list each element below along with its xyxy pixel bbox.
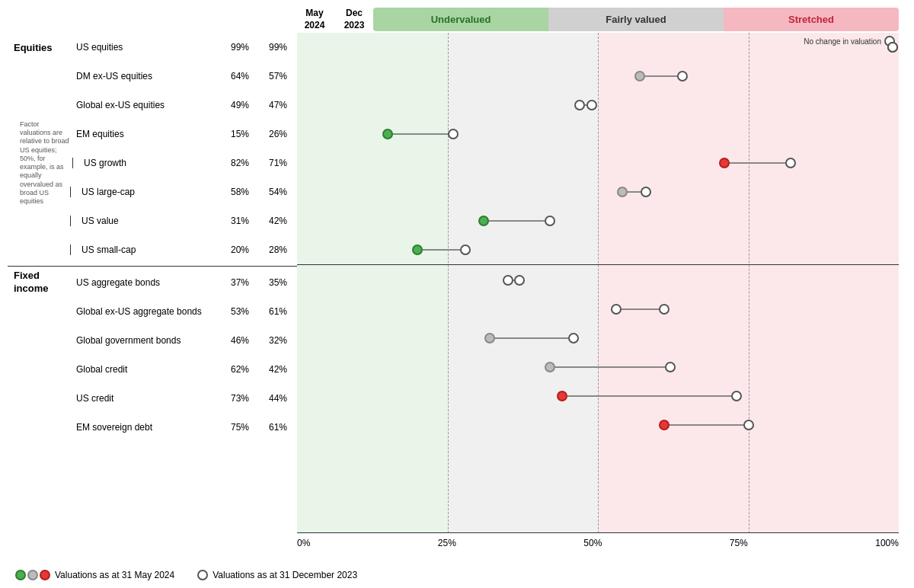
may-dot [514,275,525,286]
dec-dot [545,362,555,372]
legend-gray-dot [27,570,38,580]
dec-value: 71% [259,158,297,168]
dec-dot [617,187,628,197]
legend-dec: Valuations as at 31 December 2023 [197,570,357,580]
asset-name: US aggregate bonds [69,277,221,288]
may-dot [785,158,796,168]
dec-value: 61% [259,422,297,433]
labels-column: EquitiesUS equities99%99%DM ex-US equiti… [8,33,297,564]
may-dot [665,362,676,372]
dec-dot [460,244,471,255]
may-value: 73% [221,393,259,404]
label-row: US credit73%44% [8,384,297,413]
asset-name: US value [74,216,221,226]
col-may-header: May2024 [297,8,335,31]
may-dot [568,333,579,344]
asset-name: DM ex-US equities [69,71,221,81]
dec-dot [545,216,555,226]
may-dot [586,100,597,110]
may-value: 37% [221,277,259,288]
may-dot [611,304,622,315]
dumbbell-line [484,220,550,222]
dumbbell-line [664,424,749,426]
plot-row [297,266,899,295]
may-dot [412,244,423,255]
label-row: Global ex-US equities49%47% [8,91,297,120]
may-value: 46% [221,335,259,346]
may-dot [382,129,393,139]
dec-dot [574,100,585,110]
may-value: 20% [221,244,259,255]
asset-name: EM sovereign debt [69,422,221,433]
plot-area: No change in valuation 0% 25% 50% 75% 10… [297,33,899,564]
label-row: Factor valuations are relative to broad … [8,149,297,177]
dec-dot [659,304,670,315]
asset-name: US equities [69,42,221,53]
label-row: EM sovereign debt75%61% [8,413,297,442]
dec-value: 61% [259,306,297,317]
label-row: DM ex-US equities64%57% [8,62,297,91]
legend-white-dot [197,570,208,580]
section-label: Equities [8,42,69,53]
may-value: 15% [221,129,259,139]
dec-value: 26% [259,129,297,139]
zone-fairly-label: Fairly valued [548,8,724,31]
dec-dot [484,333,495,344]
factor-note: Factor valuations are relative to broad … [14,120,71,206]
zone-undervalued-label: Undervalued [373,8,548,31]
label-row: US small-cap20%28% [8,235,297,264]
asset-name: Global government bonds [69,335,221,346]
dec-value: 44% [259,393,297,404]
plot-row [297,295,899,324]
legend-green-dot [15,570,26,580]
dec-value: 35% [259,277,297,288]
may-dot [887,42,898,53]
label-row: FixedincomeUS aggregate bonds37%35% [8,268,297,297]
plot-row [297,235,899,264]
x-axis-labels: 0% 25% 50% 75% 100% [297,538,899,548]
dec-value: 32% [259,335,297,346]
dec-dot [659,420,670,430]
dec-dot [719,158,730,168]
x-label-75: 75% [730,538,748,548]
plot-row [297,177,899,206]
legend-area: Valuations as at 31 May 2024 Valuations … [8,570,899,580]
plot-row [297,411,899,439]
legend-may-label: Valuations as at 31 May 2024 [55,570,174,580]
dumbbell-line [417,249,465,251]
dec-dot [557,391,567,401]
dec-value: 28% [259,244,297,255]
plot-row [297,120,899,149]
plot-row [297,206,899,235]
may-value: 64% [221,71,259,81]
dec-value: 47% [259,100,297,110]
asset-name: Global ex-US equities [69,100,221,110]
may-value: 62% [221,364,259,375]
dec-dot [448,129,459,139]
asset-name: US growth [76,158,221,168]
may-value: 82% [221,158,259,168]
dec-dot [634,71,645,81]
asset-name: US credit [69,393,221,404]
plot-row [297,149,899,177]
plot-row [297,62,899,91]
plot-row [297,382,899,411]
asset-name: EM equities [69,129,221,139]
dec-value: 57% [259,71,297,81]
may-value: 53% [221,306,259,317]
dumbbell-line [550,366,670,368]
legend-red-dot [40,570,50,580]
section-divider [8,266,297,267]
may-dot [731,391,742,401]
asset-name: US small-cap [74,244,221,255]
x-label-0: 0% [297,538,310,548]
plot-row [297,91,899,120]
may-dot [478,216,489,226]
dumbbell-line [640,75,682,77]
legend-may: Valuations as at 31 May 2024 [15,570,174,580]
col-dec-header: Dec2023 [335,8,373,31]
plot-row [297,353,899,382]
dumbbell-line [724,162,791,164]
label-row: Global credit62%42% [8,355,297,384]
x-axis [297,532,899,533]
